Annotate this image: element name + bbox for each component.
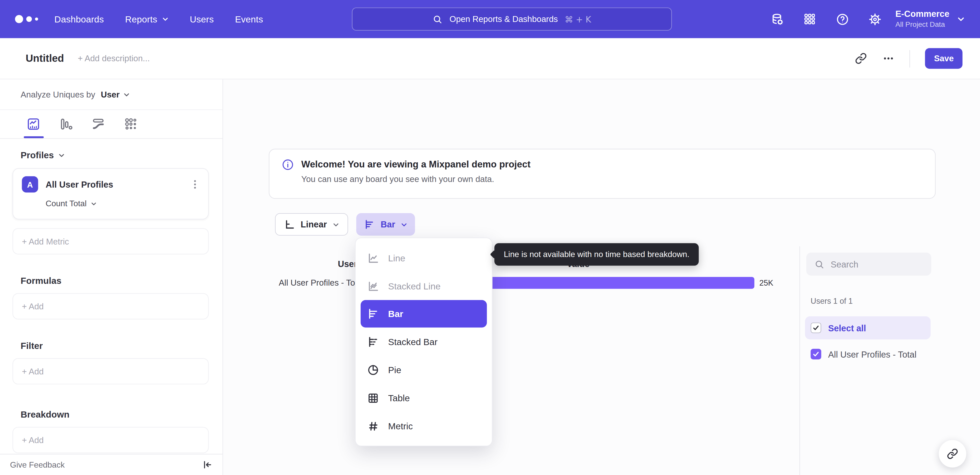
sidebar-footer: Give Feedback bbox=[0, 454, 223, 475]
nav-item-events[interactable]: Events bbox=[235, 14, 263, 24]
primary-nav: Dashboards Reports Users Events bbox=[54, 14, 263, 24]
menu-item-stacked-line: Stacked Line bbox=[355, 272, 492, 300]
share-link-button[interactable] bbox=[939, 440, 966, 468]
chevron-down-icon bbox=[332, 221, 339, 228]
legend-divider bbox=[799, 246, 800, 475]
tab-insights[interactable] bbox=[26, 110, 41, 138]
chart-type-menu: Line Stacked Line Bar Stacked Bar Pie bbox=[355, 238, 493, 446]
search-shortcut: ⌘ + K bbox=[565, 14, 591, 24]
aggregation-value: Count Total bbox=[46, 199, 86, 208]
report-title-bar: Untitled + Add description... Save bbox=[0, 38, 980, 80]
bar-chart-icon bbox=[364, 219, 375, 230]
menu-item-label: Bar bbox=[388, 309, 403, 319]
divider bbox=[910, 50, 910, 67]
retention-icon bbox=[124, 117, 138, 131]
tab-retention[interactable] bbox=[124, 110, 138, 138]
tab-flows[interactable] bbox=[91, 110, 106, 138]
search-icon bbox=[433, 14, 442, 24]
copy-link-icon[interactable] bbox=[855, 52, 867, 65]
analyze-label: Analyze Uniques by bbox=[21, 89, 95, 99]
metric-card[interactable]: A All User Profiles Count Total bbox=[13, 168, 209, 220]
menu-item-label: Pie bbox=[388, 365, 401, 375]
settings-gear-icon[interactable] bbox=[868, 12, 882, 26]
mixpanel-logo-icon[interactable] bbox=[15, 15, 38, 23]
global-search-button[interactable]: Open Reports & Dashboards ⌘ + K bbox=[352, 7, 672, 30]
metric-badge: A bbox=[22, 176, 38, 193]
chevron-down-icon bbox=[58, 151, 65, 158]
legend-search[interactable] bbox=[806, 252, 931, 276]
formulas-heading: Formulas bbox=[21, 276, 223, 285]
insights-chart-icon bbox=[26, 117, 41, 131]
chart-type-selector-button[interactable]: Bar bbox=[356, 213, 415, 236]
query-builder-sidebar: Analyze Uniques by User bbox=[0, 80, 223, 475]
apps-grid-icon[interactable] bbox=[803, 12, 817, 26]
nav-item-label: Reports bbox=[125, 14, 157, 24]
funnels-icon bbox=[59, 117, 73, 131]
add-description-field[interactable]: + Add description... bbox=[78, 54, 150, 63]
search-placeholder: Open Reports & Dashboards bbox=[449, 14, 558, 24]
chart-type-label: Bar bbox=[380, 220, 395, 230]
search-icon bbox=[815, 259, 824, 269]
analyze-entity-dropdown[interactable]: User bbox=[101, 89, 130, 99]
chevron-down-icon bbox=[401, 221, 408, 228]
metric-hash-icon bbox=[367, 419, 380, 432]
nav-item-dashboards[interactable]: Dashboards bbox=[54, 14, 104, 24]
top-nav: Dashboards Reports Users Events Open Rep… bbox=[0, 0, 980, 38]
scale-selector-button[interactable]: Linear bbox=[275, 213, 348, 236]
aggregation-dropdown[interactable]: Count Total bbox=[46, 199, 199, 208]
add-breakdown-button[interactable]: + Add bbox=[13, 427, 209, 453]
bar-chart-icon bbox=[367, 308, 380, 320]
demo-banner: Welcome! You are viewing a Mixpanel demo… bbox=[269, 149, 935, 199]
profiles-heading: Profiles bbox=[21, 150, 54, 160]
nav-item-users[interactable]: Users bbox=[190, 14, 214, 24]
legend-item-checkbox[interactable] bbox=[811, 349, 821, 360]
nav-item-label: Events bbox=[235, 14, 263, 24]
more-options-icon[interactable] bbox=[882, 52, 895, 65]
menu-item-label: Metric bbox=[388, 421, 413, 431]
select-all-checkbox[interactable] bbox=[811, 323, 821, 333]
help-icon[interactable] bbox=[835, 12, 849, 26]
profiles-section-toggle[interactable]: Profiles bbox=[21, 150, 223, 160]
chevron-down-icon bbox=[957, 15, 965, 23]
flows-icon bbox=[91, 117, 106, 131]
menu-item-bar[interactable]: Bar bbox=[361, 300, 487, 328]
menu-item-metric[interactable]: Metric bbox=[355, 412, 492, 440]
stacked-bar-chart-icon bbox=[367, 335, 380, 348]
tab-funnels[interactable] bbox=[59, 110, 73, 138]
info-icon bbox=[282, 159, 294, 190]
add-filter-button[interactable]: + Add bbox=[13, 358, 209, 384]
project-scope: All Project Data bbox=[895, 21, 950, 29]
project-switcher[interactable]: E-Commerce All Project Data bbox=[895, 9, 965, 29]
content-area: Analyze Uniques by User bbox=[0, 80, 980, 475]
menu-item-stacked-bar[interactable]: Stacked Bar bbox=[355, 327, 492, 355]
legend-item-row[interactable]: All User Profiles - Total bbox=[805, 343, 931, 366]
menu-item-line: Line bbox=[355, 244, 492, 272]
data-management-icon[interactable] bbox=[770, 12, 784, 26]
filter-heading: Filter bbox=[21, 341, 223, 351]
select-all-row[interactable]: Select all bbox=[805, 316, 931, 340]
report-title[interactable]: Untitled bbox=[25, 53, 64, 65]
menu-item-label: Stacked Line bbox=[388, 281, 441, 291]
banner-subtitle: You can use any board you see with your … bbox=[301, 174, 530, 184]
chevron-down-icon bbox=[162, 16, 169, 22]
stacked-line-chart-icon bbox=[367, 280, 380, 292]
give-feedback-link[interactable]: Give Feedback bbox=[10, 460, 65, 469]
nav-item-label: Users bbox=[190, 14, 214, 24]
kebab-menu-icon[interactable] bbox=[191, 179, 199, 190]
nav-item-reports[interactable]: Reports bbox=[125, 14, 169, 24]
save-button[interactable]: Save bbox=[925, 48, 963, 69]
chevron-down-icon bbox=[90, 200, 97, 207]
menu-item-label: Line bbox=[388, 253, 405, 263]
chart-row-label: All User Profiles - Total bbox=[279, 278, 364, 288]
add-metric-button[interactable]: + Add Metric bbox=[13, 228, 209, 255]
menu-item-table[interactable]: Table bbox=[355, 384, 492, 412]
line-chart-icon bbox=[367, 252, 380, 264]
add-formula-button[interactable]: + Add bbox=[13, 293, 209, 320]
collapse-sidebar-icon[interactable] bbox=[202, 459, 213, 470]
pie-chart-icon bbox=[367, 363, 380, 376]
tooltip: Line is not available with no time based… bbox=[494, 243, 699, 266]
menu-item-pie[interactable]: Pie bbox=[355, 355, 492, 384]
metric-name: All User Profiles bbox=[46, 179, 113, 190]
axis-icon bbox=[284, 219, 295, 230]
legend-search-input[interactable] bbox=[831, 259, 918, 269]
